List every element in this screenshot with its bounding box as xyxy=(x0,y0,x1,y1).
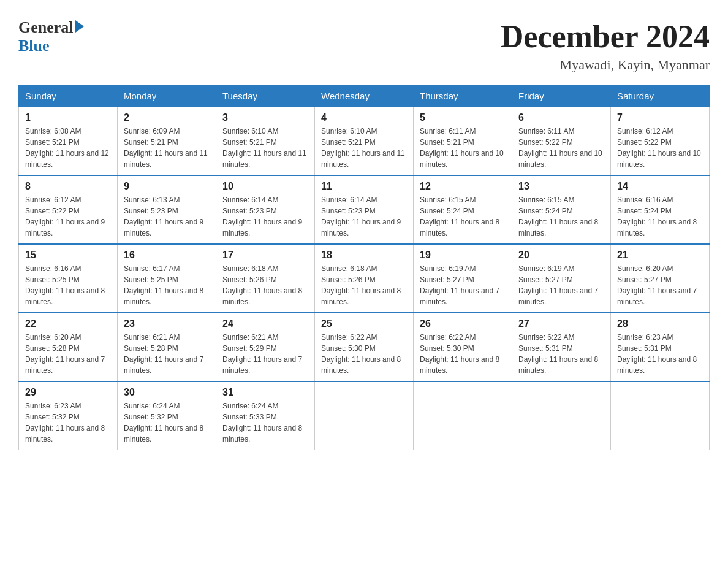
day-number: 25 xyxy=(321,318,407,329)
calendar-cell: 20 Sunrise: 6:19 AMSunset: 5:27 PMDaylig… xyxy=(512,244,611,313)
day-number: 20 xyxy=(518,250,604,261)
day-info: Sunrise: 6:08 AMSunset: 5:21 PMDaylight:… xyxy=(25,127,109,169)
day-number: 19 xyxy=(420,250,506,261)
calendar-cell: 25 Sunrise: 6:22 AMSunset: 5:30 PMDaylig… xyxy=(315,313,414,381)
calendar-week-5: 29 Sunrise: 6:23 AMSunset: 5:32 PMDaylig… xyxy=(19,381,710,450)
calendar-cell xyxy=(315,381,414,450)
day-number: 10 xyxy=(222,181,308,192)
calendar-cell: 12 Sunrise: 6:15 AMSunset: 5:24 PMDaylig… xyxy=(414,175,512,244)
day-of-week-saturday: Saturday xyxy=(611,86,710,107)
day-number: 27 xyxy=(518,318,604,329)
day-number: 6 xyxy=(518,112,604,123)
day-info: Sunrise: 6:22 AMSunset: 5:30 PMDaylight:… xyxy=(420,333,499,375)
day-info: Sunrise: 6:15 AMSunset: 5:24 PMDaylight:… xyxy=(420,196,499,237)
header: General Blue December 2024 Myawadi, Kayi… xyxy=(12,12,716,73)
calendar-header: SundayMondayTuesdayWednesdayThursdayFrid… xyxy=(19,86,710,107)
day-number: 31 xyxy=(222,387,308,398)
day-number: 1 xyxy=(25,112,111,123)
calendar-cell: 30 Sunrise: 6:24 AMSunset: 5:32 PMDaylig… xyxy=(118,381,216,450)
day-info: Sunrise: 6:14 AMSunset: 5:23 PMDaylight:… xyxy=(222,196,302,237)
day-number: 24 xyxy=(222,318,308,329)
day-number: 11 xyxy=(321,181,407,192)
calendar-cell: 17 Sunrise: 6:18 AMSunset: 5:26 PMDaylig… xyxy=(216,244,315,313)
calendar-cell: 28 Sunrise: 6:23 AMSunset: 5:31 PMDaylig… xyxy=(611,313,710,381)
calendar-cell: 26 Sunrise: 6:22 AMSunset: 5:30 PMDaylig… xyxy=(414,313,512,381)
day-info: Sunrise: 6:10 AMSunset: 5:21 PMDaylight:… xyxy=(321,127,405,169)
calendar-cell: 15 Sunrise: 6:16 AMSunset: 5:25 PMDaylig… xyxy=(19,244,118,313)
day-number: 17 xyxy=(222,250,308,261)
day-number: 9 xyxy=(124,181,210,192)
day-info: Sunrise: 6:18 AMSunset: 5:26 PMDaylight:… xyxy=(222,264,302,306)
day-number: 23 xyxy=(124,318,210,329)
day-number: 2 xyxy=(124,112,210,123)
day-number: 15 xyxy=(25,250,111,261)
calendar-cell: 3 Sunrise: 6:10 AMSunset: 5:21 PMDayligh… xyxy=(216,107,315,175)
calendar-week-3: 15 Sunrise: 6:16 AMSunset: 5:25 PMDaylig… xyxy=(19,244,710,313)
calendar-cell xyxy=(512,381,611,450)
day-info: Sunrise: 6:23 AMSunset: 5:32 PMDaylight:… xyxy=(25,402,105,443)
logo-arrow-icon xyxy=(75,20,84,33)
calendar-title: December 2024 xyxy=(501,18,710,55)
day-number: 5 xyxy=(420,112,506,123)
calendar-cell: 5 Sunrise: 6:11 AMSunset: 5:21 PMDayligh… xyxy=(414,107,512,175)
day-of-week-friday: Friday xyxy=(512,86,611,107)
calendar-cell: 19 Sunrise: 6:19 AMSunset: 5:27 PMDaylig… xyxy=(414,244,512,313)
title-area: December 2024 Myawadi, Kayin, Myanmar xyxy=(501,18,710,73)
calendar-cell: 6 Sunrise: 6:11 AMSunset: 5:22 PMDayligh… xyxy=(512,107,611,175)
day-info: Sunrise: 6:14 AMSunset: 5:23 PMDaylight:… xyxy=(321,196,401,237)
day-info: Sunrise: 6:21 AMSunset: 5:29 PMDaylight:… xyxy=(222,333,302,375)
day-number: 28 xyxy=(617,318,703,329)
calendar-cell: 18 Sunrise: 6:18 AMSunset: 5:26 PMDaylig… xyxy=(315,244,414,313)
calendar-body: 1 Sunrise: 6:08 AMSunset: 5:21 PMDayligh… xyxy=(19,107,710,450)
calendar-cell: 31 Sunrise: 6:24 AMSunset: 5:33 PMDaylig… xyxy=(216,381,315,450)
day-info: Sunrise: 6:09 AMSunset: 5:21 PMDaylight:… xyxy=(124,127,208,169)
day-info: Sunrise: 6:20 AMSunset: 5:27 PMDaylight:… xyxy=(617,264,697,306)
calendar-cell: 8 Sunrise: 6:12 AMSunset: 5:22 PMDayligh… xyxy=(19,175,118,244)
calendar-subtitle: Myawadi, Kayin, Myanmar xyxy=(501,57,710,73)
day-info: Sunrise: 6:12 AMSunset: 5:22 PMDaylight:… xyxy=(25,196,105,237)
day-number: 21 xyxy=(617,250,703,261)
calendar-cell: 1 Sunrise: 6:08 AMSunset: 5:21 PMDayligh… xyxy=(19,107,118,175)
day-info: Sunrise: 6:17 AMSunset: 5:25 PMDaylight:… xyxy=(124,264,203,306)
day-info: Sunrise: 6:18 AMSunset: 5:26 PMDaylight:… xyxy=(321,264,401,306)
day-number: 12 xyxy=(420,181,506,192)
calendar-cell xyxy=(414,381,512,450)
calendar-cell: 2 Sunrise: 6:09 AMSunset: 5:21 PMDayligh… xyxy=(118,107,216,175)
calendar-cell: 23 Sunrise: 6:21 AMSunset: 5:28 PMDaylig… xyxy=(118,313,216,381)
calendar-cell: 7 Sunrise: 6:12 AMSunset: 5:22 PMDayligh… xyxy=(611,107,710,175)
logo-general-text: General xyxy=(18,18,74,37)
calendar-week-4: 22 Sunrise: 6:20 AMSunset: 5:28 PMDaylig… xyxy=(19,313,710,381)
calendar-cell: 16 Sunrise: 6:17 AMSunset: 5:25 PMDaylig… xyxy=(118,244,216,313)
logo: General Blue xyxy=(18,18,84,55)
calendar-week-1: 1 Sunrise: 6:08 AMSunset: 5:21 PMDayligh… xyxy=(19,107,710,175)
logo-blue-text: Blue xyxy=(18,37,50,55)
day-number: 22 xyxy=(25,318,111,329)
day-number: 26 xyxy=(420,318,506,329)
calendar-cell: 11 Sunrise: 6:14 AMSunset: 5:23 PMDaylig… xyxy=(315,175,414,244)
calendar-cell: 24 Sunrise: 6:21 AMSunset: 5:29 PMDaylig… xyxy=(216,313,315,381)
calendar-cell: 14 Sunrise: 6:16 AMSunset: 5:24 PMDaylig… xyxy=(611,175,710,244)
day-info: Sunrise: 6:19 AMSunset: 5:27 PMDaylight:… xyxy=(420,264,499,306)
day-info: Sunrise: 6:16 AMSunset: 5:25 PMDaylight:… xyxy=(25,264,105,306)
day-info: Sunrise: 6:22 AMSunset: 5:31 PMDaylight:… xyxy=(518,333,598,375)
day-info: Sunrise: 6:19 AMSunset: 5:27 PMDaylight:… xyxy=(518,264,598,306)
day-info: Sunrise: 6:20 AMSunset: 5:28 PMDaylight:… xyxy=(25,333,105,375)
day-info: Sunrise: 6:13 AMSunset: 5:23 PMDaylight:… xyxy=(124,196,203,237)
calendar-week-2: 8 Sunrise: 6:12 AMSunset: 5:22 PMDayligh… xyxy=(19,175,710,244)
day-info: Sunrise: 6:11 AMSunset: 5:21 PMDaylight:… xyxy=(420,127,504,169)
day-of-week-thursday: Thursday xyxy=(414,86,512,107)
calendar-cell: 13 Sunrise: 6:15 AMSunset: 5:24 PMDaylig… xyxy=(512,175,611,244)
days-of-week-row: SundayMondayTuesdayWednesdayThursdayFrid… xyxy=(19,86,710,107)
day-info: Sunrise: 6:24 AMSunset: 5:33 PMDaylight:… xyxy=(222,402,302,443)
day-number: 3 xyxy=(222,112,308,123)
day-info: Sunrise: 6:12 AMSunset: 5:22 PMDaylight:… xyxy=(617,127,701,169)
calendar-cell: 22 Sunrise: 6:20 AMSunset: 5:28 PMDaylig… xyxy=(19,313,118,381)
day-number: 30 xyxy=(124,387,210,398)
calendar-table: SundayMondayTuesdayWednesdayThursdayFrid… xyxy=(18,85,710,450)
day-of-week-tuesday: Tuesday xyxy=(216,86,315,107)
calendar-cell: 21 Sunrise: 6:20 AMSunset: 5:27 PMDaylig… xyxy=(611,244,710,313)
day-number: 4 xyxy=(321,112,407,123)
day-of-week-sunday: Sunday xyxy=(19,86,118,107)
day-info: Sunrise: 6:10 AMSunset: 5:21 PMDaylight:… xyxy=(222,127,306,169)
calendar-cell xyxy=(611,381,710,450)
